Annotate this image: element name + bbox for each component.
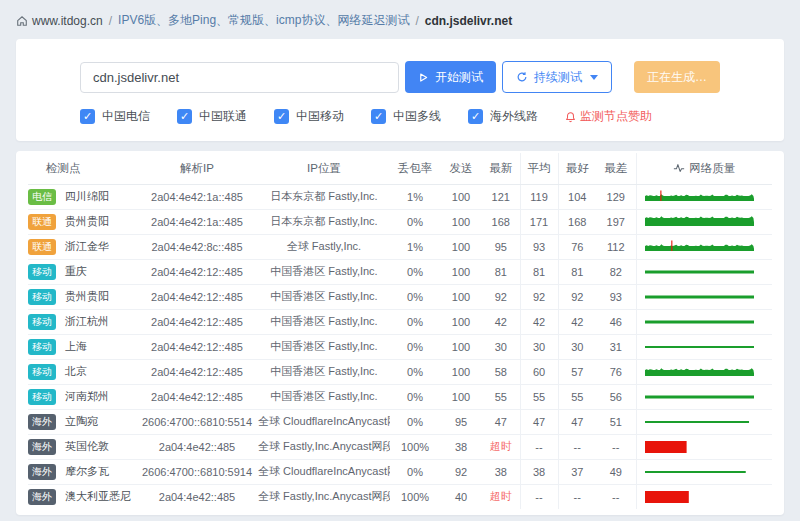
breadcrumb-home[interactable]: www.itdog.cn xyxy=(16,14,103,28)
loss-rate: 0% xyxy=(390,459,440,484)
col-header-worst: 最差 xyxy=(596,153,636,184)
worst-latency: 46 xyxy=(596,309,636,334)
worst-latency: 31 xyxy=(596,334,636,359)
filter-checkbox-3[interactable]: ✓中国多线 xyxy=(371,108,441,125)
filter-label: 中国联通 xyxy=(199,108,247,125)
breadcrumb-path-links[interactable]: IPV6版、多地Ping、常规版、icmp协议、网络延迟测试 xyxy=(118,12,409,29)
ip-location: 中国香港区 Fastly,Inc. xyxy=(258,359,390,384)
table-row: 移动 北京 2a04:4e42:12::485 中国香港区 Fastly,Inc… xyxy=(28,359,772,384)
latest-latency: 58 xyxy=(482,359,520,384)
checkbox-checked-icon[interactable]: ✓ xyxy=(371,109,386,124)
best-latency: 104 xyxy=(558,184,596,209)
results-table: 检测点 解析IP IP位置 丢包率 发送 最新 平均 最好 最差 xyxy=(28,153,772,509)
sent-count: 92 xyxy=(440,459,482,484)
play-icon xyxy=(418,72,429,83)
col-header-quality-label: 网络质量 xyxy=(689,161,735,176)
best-latency: 47 xyxy=(558,409,596,434)
carrier-badge: 移动 xyxy=(28,389,56,405)
carrier-badge: 移动 xyxy=(28,289,56,305)
sent-count: 40 xyxy=(440,484,482,509)
carrier-badge: 海外 xyxy=(28,414,56,430)
avg-latency: 171 xyxy=(520,209,558,234)
sent-count: 100 xyxy=(440,284,482,309)
node-location: 贵州贵阳 xyxy=(65,290,109,302)
col-header-quality: 网络质量 xyxy=(636,153,772,184)
latest-latency: 168 xyxy=(482,209,520,234)
best-latency: 168 xyxy=(558,209,596,234)
avg-latency: 38 xyxy=(520,459,558,484)
checkbox-checked-icon[interactable]: ✓ xyxy=(80,109,95,124)
resolved-ip: 2a04:4e42:12::485 xyxy=(136,284,258,309)
best-latency: 37 xyxy=(558,459,596,484)
loss-rate: 1% xyxy=(390,184,440,209)
avg-latency: -- xyxy=(520,434,558,459)
quality-graph xyxy=(645,365,755,379)
filter-checkbox-0[interactable]: ✓中国电信 xyxy=(80,108,150,125)
table-row: 联通 贵州贵阳 2a04:4e42:1a::485 日本东京都 Fastly,I… xyxy=(28,209,772,234)
table-row: 海外 摩尔多瓦 2606:4700::6810:5914 全球 Cloudfla… xyxy=(28,459,772,484)
resolved-ip: 2a04:4e42:8c::485 xyxy=(136,234,258,259)
generating-button[interactable]: 正在生成… xyxy=(634,61,720,93)
loss-rate: 0% xyxy=(390,359,440,384)
avg-latency: 92 xyxy=(520,284,558,309)
worst-latency: 56 xyxy=(596,384,636,409)
refresh-icon xyxy=(516,71,528,83)
sent-count: 38 xyxy=(440,434,482,459)
sent-count: 100 xyxy=(440,309,482,334)
checkbox-checked-icon[interactable]: ✓ xyxy=(177,109,192,124)
host-input[interactable] xyxy=(80,62,399,93)
best-latency: -- xyxy=(558,434,596,459)
avg-latency: 60 xyxy=(520,359,558,384)
avg-latency: 55 xyxy=(520,384,558,409)
table-row: 移动 浙江杭州 2a04:4e42:12::485 中国香港区 Fastly,I… xyxy=(28,309,772,334)
best-latency: 57 xyxy=(558,359,596,384)
col-header-loss: 丢包率 xyxy=(390,153,440,184)
checkbox-checked-icon[interactable]: ✓ xyxy=(274,109,289,124)
sent-count: 100 xyxy=(440,184,482,209)
sponsor-link[interactable]: 监测节点赞助 xyxy=(565,108,652,125)
resolved-ip: 2a04:4e42::485 xyxy=(136,484,258,509)
home-icon xyxy=(16,15,28,27)
best-latency: 55 xyxy=(558,384,596,409)
worst-latency: 93 xyxy=(596,284,636,309)
col-header-sent: 发送 xyxy=(440,153,482,184)
quality-graph xyxy=(645,215,755,229)
filter-checkbox-4[interactable]: ✓海外线路 xyxy=(468,108,538,125)
breadcrumb-current-host: cdn.jsdelivr.net xyxy=(425,14,512,28)
worst-latency: -- xyxy=(596,434,636,459)
col-header-resolved-ip: 解析IP xyxy=(136,153,258,184)
quality-graph xyxy=(645,290,755,304)
worst-latency: 49 xyxy=(596,459,636,484)
avg-latency: 93 xyxy=(520,234,558,259)
node-location: 北京 xyxy=(65,365,87,377)
avg-latency: 47 xyxy=(520,409,558,434)
filter-checkbox-2[interactable]: ✓中国移动 xyxy=(274,108,344,125)
continuous-test-button[interactable]: 持续测试 xyxy=(502,61,612,93)
carrier-badge: 海外 xyxy=(28,489,56,505)
node-location: 英国伦敦 xyxy=(65,440,109,452)
sent-count: 100 xyxy=(440,384,482,409)
node-location: 上海 xyxy=(65,340,87,352)
latest-latency: 超时 xyxy=(482,434,520,459)
best-latency: 76 xyxy=(558,234,596,259)
col-header-avg: 平均 xyxy=(520,153,558,184)
continuous-test-label: 持续测试 xyxy=(534,69,582,86)
best-latency: 30 xyxy=(558,334,596,359)
generating-label: 正在生成… xyxy=(647,69,707,86)
node-location: 重庆 xyxy=(65,265,87,277)
breadcrumb-separator: / xyxy=(109,14,112,28)
checkbox-checked-icon[interactable]: ✓ xyxy=(468,109,483,124)
resolved-ip: 2a04:4e42:1a::485 xyxy=(136,184,258,209)
avg-latency: 30 xyxy=(520,334,558,359)
ip-location: 中国香港区 Fastly,Inc. xyxy=(258,259,390,284)
table-row: 联通 浙江金华 2a04:4e42:8c::485 全球 Fastly,Inc.… xyxy=(28,234,772,259)
resolved-ip: 2606:4700::6810:5914 xyxy=(136,459,258,484)
quality-graph xyxy=(645,490,755,504)
table-row: 移动 重庆 2a04:4e42:12::485 中国香港区 Fastly,Inc… xyxy=(28,259,772,284)
node-location: 浙江杭州 xyxy=(65,315,109,327)
test-control-card: 开始测试 持续测试 正在生成… ✓中国电信✓中国联通✓中国移动✓中国多线✓海外线… xyxy=(16,39,784,141)
start-test-button[interactable]: 开始测试 xyxy=(405,61,496,93)
worst-latency: 51 xyxy=(596,409,636,434)
filter-checkbox-1[interactable]: ✓中国联通 xyxy=(177,108,247,125)
breadcrumb-separator-2: / xyxy=(415,14,418,28)
